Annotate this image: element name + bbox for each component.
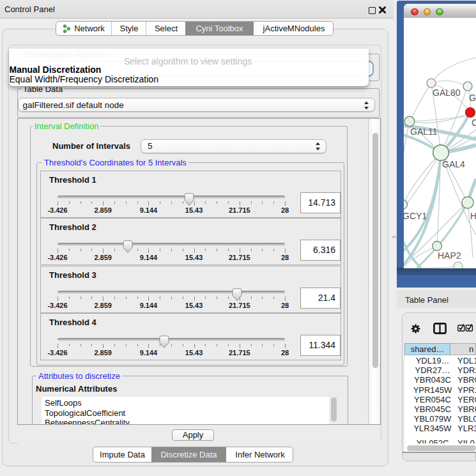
svg-text:C: C bbox=[472, 118, 476, 128]
svg-text:H: H bbox=[470, 211, 476, 221]
svg-text:GAL4: GAL4 bbox=[442, 159, 465, 169]
svg-text:GCY1: GCY1 bbox=[404, 211, 427, 221]
svg-text:HAP2: HAP2 bbox=[438, 250, 461, 261]
svg-text:GAL80: GAL80 bbox=[433, 88, 461, 98]
svg-text:GA: GA bbox=[469, 93, 476, 103]
svg-text:GAL11: GAL11 bbox=[410, 127, 438, 137]
